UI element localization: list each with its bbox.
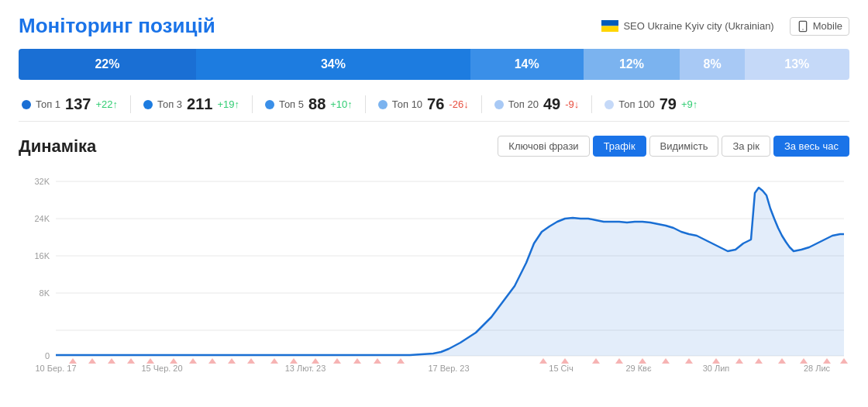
percent-segment-3: 12% xyxy=(584,49,680,80)
filter-btn-0[interactable]: Ключові фрази xyxy=(498,136,589,157)
stat-change: +22↑ xyxy=(95,98,118,110)
svg-marker-26 xyxy=(127,358,135,364)
svg-text:24K: 24K xyxy=(34,214,50,223)
main-container: Моніторинг позицій SEO Ukraine Kyiv city… xyxy=(0,0,868,391)
stat-dot xyxy=(494,100,504,109)
svg-marker-46 xyxy=(685,358,693,364)
svg-text:10 Бер. 17: 10 Бер. 17 xyxy=(35,364,76,373)
svg-marker-32 xyxy=(247,358,255,364)
percent-bar: 22%34%14%12%8%13% xyxy=(19,49,849,80)
filter-btn-2[interactable]: Видимість xyxy=(649,136,719,157)
svg-text:32K: 32K xyxy=(34,177,50,186)
svg-text:17 Вер. 23: 17 Вер. 23 xyxy=(428,364,469,373)
chart-svg: 32K 24K 16K 8K 0 10 Бер. 17 15 Чер. 20 1… xyxy=(19,166,849,383)
svg-text:30 Лип: 30 Лип xyxy=(703,364,730,373)
svg-text:16K: 16K xyxy=(34,251,50,260)
svg-marker-35 xyxy=(312,358,319,364)
stat-item-5: Топ 100 79+9↑ xyxy=(592,95,710,113)
svg-marker-45 xyxy=(662,358,670,364)
stat-dot xyxy=(265,100,274,109)
svg-text:8K: 8K xyxy=(40,288,50,298)
svg-marker-23 xyxy=(69,358,77,364)
svg-marker-38 xyxy=(374,358,381,364)
svg-marker-40 xyxy=(539,358,547,364)
stat-dot xyxy=(378,100,388,109)
svg-text:28 Лис: 28 Лис xyxy=(804,364,831,373)
svg-text:13 Лют. 23: 13 Лют. 23 xyxy=(285,364,326,373)
svg-marker-51 xyxy=(800,358,808,364)
device-text: Mobile xyxy=(813,20,842,32)
stat-value: 76 xyxy=(427,95,444,113)
percent-segment-2: 14% xyxy=(470,49,584,80)
dynamics-section: Динаміка Ключові фразиТрафікВидимістьЗа … xyxy=(19,136,849,383)
mobile-icon xyxy=(797,20,809,33)
svg-marker-53 xyxy=(840,358,848,364)
device-badge: Mobile xyxy=(790,17,849,36)
svg-marker-48 xyxy=(735,358,743,364)
percent-segment-5: 13% xyxy=(745,49,849,80)
stat-value: 137 xyxy=(65,95,91,113)
stat-item-2: Топ 5 88+10↑ xyxy=(253,95,366,113)
filter-btn-3[interactable]: За рік xyxy=(722,136,770,157)
svg-marker-24 xyxy=(88,358,96,364)
stat-dot xyxy=(604,100,614,109)
svg-marker-52 xyxy=(823,358,831,364)
svg-marker-34 xyxy=(290,358,298,364)
stat-label: Топ 5 xyxy=(279,98,304,110)
svg-marker-37 xyxy=(353,358,361,364)
stat-change: +9↑ xyxy=(681,98,698,110)
svg-text:15 Січ: 15 Січ xyxy=(549,364,573,373)
svg-marker-25 xyxy=(108,358,115,364)
svg-marker-47 xyxy=(712,358,720,364)
stat-value: 88 xyxy=(308,95,326,113)
svg-marker-39 xyxy=(397,358,405,364)
svg-marker-44 xyxy=(639,358,646,364)
stat-value: 211 xyxy=(187,95,212,113)
location-text: SEO Ukraine Kyiv city (Ukrainian) xyxy=(623,20,773,32)
dynamics-title: Динаміка xyxy=(19,136,96,157)
stat-change: -26↓ xyxy=(449,98,468,110)
svg-marker-42 xyxy=(592,358,600,364)
svg-marker-28 xyxy=(170,358,177,364)
stat-label: Топ 100 xyxy=(618,98,655,110)
percent-segment-1: 34% xyxy=(196,49,470,80)
percent-segment-4: 8% xyxy=(680,49,744,80)
stat-item-1: Топ 3 211+19↑ xyxy=(131,95,253,113)
filter-btn-1[interactable]: Трафік xyxy=(593,136,646,157)
svg-rect-2 xyxy=(799,21,806,31)
stat-change: +19↑ xyxy=(217,98,239,110)
stat-item-4: Топ 20 49-9↓ xyxy=(482,95,593,113)
stat-label: Топ 20 xyxy=(508,98,539,110)
svg-rect-1 xyxy=(601,26,618,33)
svg-marker-33 xyxy=(270,358,278,364)
chart-container: 32K 24K 16K 8K 0 10 Бер. 17 15 Чер. 20 1… xyxy=(19,166,849,383)
stat-change: -9↓ xyxy=(565,98,579,110)
stat-item-3: Топ 10 76-26↓ xyxy=(366,95,482,113)
svg-marker-27 xyxy=(146,358,154,364)
stats-row: Топ 1 137+22↑Топ 3 211+19↑Топ 5 88+10↑То… xyxy=(19,92,849,122)
svg-marker-29 xyxy=(189,358,197,364)
filter-buttons: Ключові фразиТрафікВидимістьЗа рікЗа вес… xyxy=(498,136,849,157)
stat-label: Топ 3 xyxy=(157,98,182,110)
percent-segment-0: 22% xyxy=(19,49,196,80)
stat-label: Топ 10 xyxy=(392,98,422,110)
header-row: Моніторинг позицій SEO Ukraine Kyiv city… xyxy=(19,14,849,38)
svg-rect-0 xyxy=(601,20,618,26)
dynamics-header: Динаміка Ключові фразиТрафікВидимістьЗа … xyxy=(19,136,849,157)
svg-text:0: 0 xyxy=(45,351,50,360)
svg-marker-49 xyxy=(755,358,763,364)
svg-marker-43 xyxy=(615,358,623,364)
svg-text:29 Квє: 29 Квє xyxy=(625,364,652,373)
svg-marker-31 xyxy=(228,358,236,364)
flag-icon xyxy=(601,20,618,32)
stat-change: +10↑ xyxy=(330,98,353,110)
stat-dot xyxy=(22,100,31,109)
location-badge: SEO Ukraine Kyiv city (Ukrainian) xyxy=(601,20,773,32)
svg-text:15 Чер. 20: 15 Чер. 20 xyxy=(141,364,182,373)
svg-marker-30 xyxy=(208,358,216,364)
svg-marker-41 xyxy=(561,358,569,364)
svg-marker-50 xyxy=(778,358,786,364)
page-title: Моніторинг позицій xyxy=(19,14,215,38)
stat-value: 49 xyxy=(543,95,560,113)
filter-btn-4[interactable]: За весь час xyxy=(773,136,849,157)
